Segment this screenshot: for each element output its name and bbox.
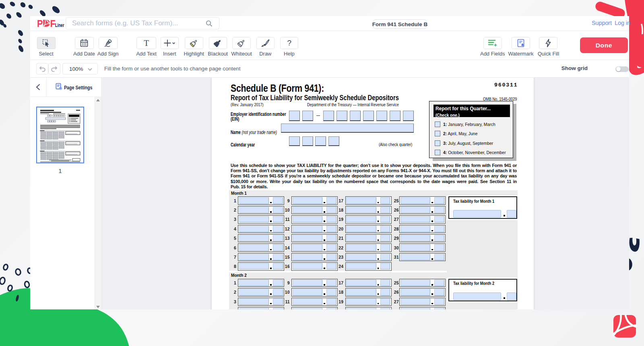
svg-text:Liner: Liner (55, 23, 64, 28)
svg-text:P: P (37, 19, 43, 29)
svg-text:T: T (144, 38, 149, 48)
svg-text:?: ? (287, 39, 292, 47)
svg-text:F: F (50, 19, 56, 29)
